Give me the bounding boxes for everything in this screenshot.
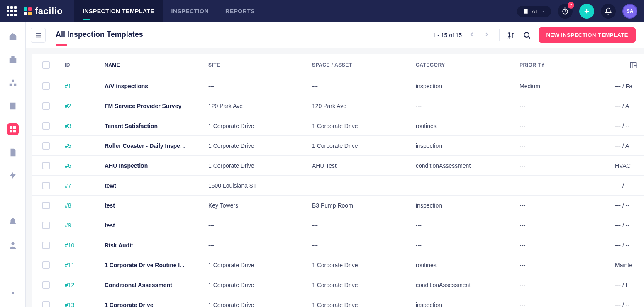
svg-rect-0 (24, 7, 27, 11)
row-checkbox[interactable] (42, 162, 50, 169)
sidenav-item-documents[interactable] (7, 147, 19, 158)
id-link[interactable]: #3 (65, 123, 71, 129)
row-checkbox[interactable] (42, 242, 50, 249)
timer-button[interactable]: 7 (558, 4, 573, 19)
column-settings-button[interactable] (622, 54, 644, 76)
row-checkbox-cell (32, 102, 61, 110)
toggle-sidebar-button[interactable] (31, 28, 46, 43)
id-link[interactable]: #7 (65, 182, 71, 189)
table-header-row: ID NAME SITE SPACE / ASSET CATEGORY PRIO… (32, 54, 644, 76)
row-extra: --- / A (611, 103, 644, 109)
pagination-text: 1 - 15 of 15 (433, 32, 462, 39)
table-row[interactable]: #9test--------------- / -- (32, 215, 644, 235)
add-button[interactable] (579, 4, 594, 19)
table-row[interactable]: #2FM Service Provider Survey120 Park Ave… (32, 96, 644, 116)
row-checkbox[interactable] (42, 182, 50, 189)
row-name: Tenant Satisfaction (100, 123, 204, 129)
row-id: #11 (61, 262, 100, 268)
table-row[interactable]: #1A/V inspections------inspectionMedium-… (32, 76, 644, 96)
row-checkbox[interactable] (42, 202, 50, 209)
row-checkbox[interactable] (42, 122, 50, 130)
table-row[interactable]: #111 Corporate Drive Routine I. .1 Corpo… (32, 255, 644, 275)
row-checkbox[interactable] (42, 281, 50, 289)
id-link[interactable]: #9 (65, 222, 71, 229)
header-name[interactable]: NAME (100, 62, 204, 68)
id-link[interactable]: #6 (65, 162, 71, 169)
id-link[interactable]: #1 (65, 83, 71, 89)
table-row[interactable]: #12Conditional Assessment1 Corporate Dri… (32, 275, 644, 295)
row-category: inspection (412, 302, 515, 307)
apps-grid-icon[interactable] (7, 6, 17, 16)
pagination-next[interactable] (482, 29, 492, 41)
sidenav-item-settings[interactable] (7, 287, 19, 299)
table-row[interactable]: #10Risk Audit--------------- / -- (32, 235, 644, 255)
id-link[interactable]: #11 (65, 262, 74, 268)
row-checkbox-cell (32, 222, 61, 229)
row-priority: --- (515, 262, 611, 268)
row-extra: --- / A (611, 143, 644, 149)
logo[interactable]: facilio (23, 6, 63, 17)
scope-selector[interactable]: All (517, 6, 551, 17)
notifications-button[interactable] (601, 4, 616, 19)
svg-rect-2 (24, 12, 27, 15)
id-link[interactable]: #5 (65, 143, 71, 149)
id-link[interactable]: #10 (65, 242, 74, 249)
id-link[interactable]: #12 (65, 282, 74, 288)
id-link[interactable]: #8 (65, 202, 71, 209)
svg-point-6 (12, 292, 14, 294)
row-checkbox[interactable] (42, 142, 50, 150)
sidenav-item-energy[interactable] (7, 170, 19, 181)
row-checkbox[interactable] (42, 222, 50, 229)
header-id[interactable]: ID (61, 62, 100, 68)
tab-inspection-template[interactable]: INSPECTION TEMPLATE (74, 0, 163, 22)
row-id: #8 (61, 202, 100, 209)
sidenav-item-assets[interactable] (7, 77, 19, 89)
sidenav-item-analytics[interactable] (7, 193, 19, 205)
sidenav-item-portfolio[interactable] (7, 54, 19, 65)
new-inspection-template-button[interactable]: NEW INSPECTION TEMPLATE (539, 27, 636, 43)
row-name: A/V inspections (100, 83, 204, 89)
svg-point-9 (524, 32, 529, 37)
row-space: 1 Corporate Drive (308, 302, 412, 307)
sidenav-item-users[interactable] (7, 239, 19, 251)
select-all-checkbox[interactable] (42, 61, 50, 69)
header-space[interactable]: SPACE / ASSET (308, 62, 412, 68)
sidenav-item-maintenance[interactable] (7, 100, 19, 112)
toolbar: All Inspection Templates 1 - 15 of 15 AZ (26, 22, 644, 48)
row-name: Conditional Assessment (100, 282, 204, 288)
chevron-left-icon (468, 31, 475, 38)
table-row[interactable]: #7tewt1500 Louisiana ST------------ / -- (32, 176, 644, 196)
sort-button[interactable]: AZ (507, 31, 515, 39)
row-checkbox[interactable] (42, 301, 50, 307)
sidenav-item-home[interactable] (7, 31, 19, 42)
id-link[interactable]: #2 (65, 103, 71, 109)
tab-inspection[interactable]: INSPECTION (163, 0, 217, 22)
row-checkbox[interactable] (42, 261, 50, 269)
sidenav-item-inspection[interactable] (7, 123, 19, 135)
tab-reports[interactable]: REPORTS (217, 0, 263, 22)
building-icon (523, 8, 529, 14)
search-button[interactable] (523, 31, 531, 39)
row-category: --- (412, 103, 515, 109)
row-checkbox[interactable] (42, 102, 50, 110)
user-avatar[interactable]: SA (622, 4, 637, 19)
row-category: --- (412, 222, 515, 229)
header-category[interactable]: CATEGORY (412, 62, 515, 68)
table-row[interactable]: #3Tenant Satisfaction1 Corporate Drive1 … (32, 116, 644, 136)
sort-icon: AZ (507, 31, 515, 39)
id-link[interactable]: #13 (65, 302, 74, 307)
pagination-prev[interactable] (467, 29, 477, 41)
table-row[interactable]: #5Roller Coaster - Daily Inspe. .1 Corpo… (32, 136, 644, 156)
row-checkbox-cell (32, 142, 61, 150)
sidenav-item-alarms[interactable] (7, 216, 19, 228)
row-space: 1 Corporate Drive (308, 262, 412, 268)
table-row[interactable]: #6AHU Inspection1 Corporate DriveAHU Tes… (32, 156, 644, 176)
logo-text: facilio (35, 6, 63, 17)
header-priority[interactable]: PRIORITY (515, 62, 611, 68)
table-row[interactable]: #8testKey TowersB3 Pump Roominspection--… (32, 196, 644, 215)
row-checkbox[interactable] (42, 82, 50, 90)
header-checkbox (32, 61, 61, 69)
table-row[interactable]: #131 Corporate Drive1 Corporate Drive1 C… (32, 295, 644, 307)
header-site[interactable]: SITE (204, 62, 308, 68)
row-space: --- (308, 242, 412, 249)
